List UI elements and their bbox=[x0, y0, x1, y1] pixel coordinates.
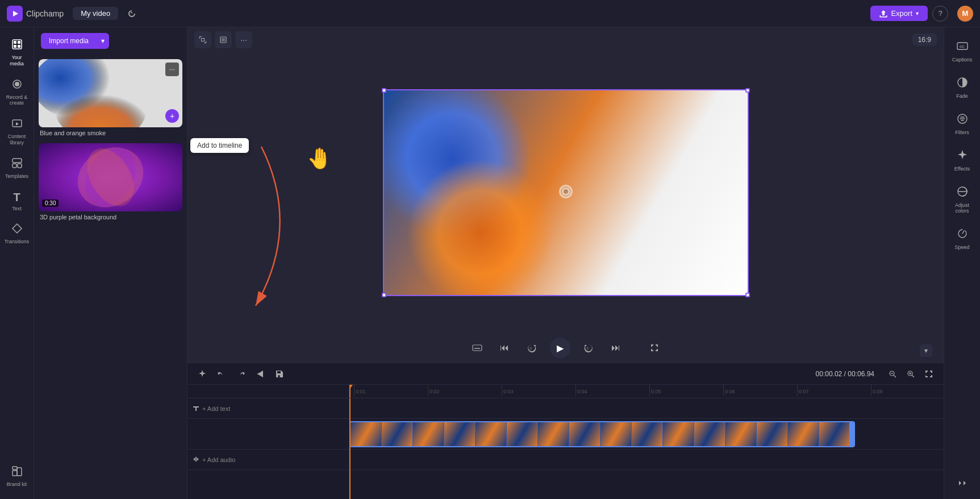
svg-rect-4 bbox=[18, 41, 20, 44]
transitions-icon bbox=[11, 223, 23, 237]
svg-marker-13 bbox=[12, 224, 22, 233]
save-button[interactable] bbox=[272, 366, 287, 382]
add-text-button[interactable]: + Add text bbox=[202, 405, 230, 412]
captions-button[interactable]: CC Captions bbox=[946, 34, 978, 68]
forward-5s-button[interactable]: 5 bbox=[579, 339, 598, 357]
center-panel: Add to timeline 🤚 bbox=[187, 27, 944, 499]
export-button[interactable]: Export ▾ bbox=[870, 6, 928, 21]
media-duration-2: 0:30 bbox=[42, 199, 59, 207]
media-panel-header: Import media ▾ bbox=[34, 27, 187, 55]
zoom-in-button[interactable] bbox=[903, 366, 919, 382]
right-sidebar: CC Captions Fade Filters Effects bbox=[944, 27, 980, 499]
clip-frame bbox=[725, 422, 757, 446]
ruler-spacer bbox=[187, 385, 349, 398]
fit-timeline-button[interactable] bbox=[921, 366, 937, 382]
timeline-time-display: 00:00.02 / 00:06.94 bbox=[816, 370, 874, 378]
timeline-area: 00:00.02 / 00:06.94 bbox=[187, 363, 944, 499]
magic-button[interactable] bbox=[194, 366, 210, 382]
help-button[interactable]: ? bbox=[932, 6, 948, 22]
svg-rect-3 bbox=[14, 41, 16, 44]
logo-icon bbox=[7, 6, 23, 22]
sidebar-label-your-media: Your media bbox=[5, 55, 30, 67]
hide-panel-button[interactable] bbox=[953, 474, 971, 492]
zoom-out-button[interactable] bbox=[885, 366, 900, 382]
sidebar-item-brand-kit[interactable]: Brand kit bbox=[2, 461, 32, 492]
track-labels-panel: + Add text + Add audio bbox=[187, 385, 349, 499]
ruler-mark-3: 0:04 bbox=[576, 385, 649, 396]
preview-toolbar-left: ··· bbox=[194, 31, 252, 48]
current-tab[interactable]: My video bbox=[73, 7, 118, 20]
undo-button[interactable] bbox=[214, 366, 230, 382]
preview-area: ··· 16:9 bbox=[187, 27, 944, 363]
more-options-button[interactable]: ··· bbox=[235, 31, 252, 48]
text-track-row bbox=[349, 398, 944, 419]
sidebar-item-record-create[interactable]: Record & create bbox=[2, 74, 32, 111]
history-button[interactable] bbox=[123, 5, 141, 23]
skip-backward-button[interactable]: ⏮ bbox=[495, 339, 514, 357]
video-track-row[interactable] bbox=[349, 419, 944, 450]
playhead-triangle bbox=[349, 385, 353, 389]
media-more-button-1[interactable]: ··· bbox=[165, 63, 179, 76]
fullscreen-button[interactable] bbox=[645, 339, 664, 357]
svg-point-8 bbox=[15, 82, 19, 86]
adjust-colors-icon bbox=[956, 185, 969, 201]
svg-rect-30 bbox=[473, 345, 482, 351]
add-audio-button[interactable]: + Add audio bbox=[202, 456, 235, 463]
media-title-2: 3D purple petal background bbox=[39, 211, 182, 223]
add-audio-track-label: + Add audio bbox=[187, 450, 349, 470]
speed-button[interactable]: Speed bbox=[946, 222, 978, 256]
resize-handle-top-right[interactable] bbox=[745, 88, 750, 93]
preview-toolbar: ··· 16:9 bbox=[187, 27, 944, 52]
app-logo: Clipchamp bbox=[7, 6, 64, 22]
sidebar-item-templates[interactable]: Templates bbox=[2, 153, 32, 184]
app-name: Clipchamp bbox=[26, 9, 64, 18]
filters-button[interactable]: Filters bbox=[946, 107, 978, 141]
play-button[interactable]: ▶ bbox=[550, 338, 570, 358]
user-avatar[interactable]: M bbox=[957, 6, 973, 22]
fade-button[interactable]: Fade bbox=[946, 70, 978, 105]
text-icon: T bbox=[13, 191, 20, 204]
redo-button[interactable] bbox=[233, 366, 249, 382]
your-media-icon bbox=[11, 39, 23, 53]
skip-forward-button[interactable]: ⏭ bbox=[607, 339, 625, 357]
video-clip[interactable] bbox=[349, 421, 855, 447]
import-media-button[interactable]: Import media bbox=[41, 33, 97, 49]
sidebar-item-your-media[interactable]: Your media bbox=[2, 34, 32, 72]
video-track-label bbox=[187, 419, 349, 450]
preview-center-control[interactable] bbox=[558, 184, 574, 202]
svg-line-39 bbox=[912, 375, 914, 377]
media-add-button-1[interactable]: + bbox=[165, 109, 179, 123]
svg-rect-12 bbox=[18, 164, 22, 168]
ruler-mark-5: 0:06 bbox=[723, 385, 797, 396]
sidebar-item-text[interactable]: T Text bbox=[2, 186, 32, 217]
resize-handle-bottom-right[interactable] bbox=[745, 293, 750, 297]
sidebar-label-templates: Templates bbox=[5, 173, 28, 180]
clip-frames bbox=[351, 422, 854, 446]
clip-handle-right[interactable] bbox=[849, 422, 854, 446]
clip-frame bbox=[413, 422, 444, 446]
fit-button[interactable] bbox=[215, 31, 232, 48]
media-item-purple-petal[interactable]: 0:30 3D purple petal background bbox=[39, 143, 182, 223]
ruler-mark-2: 0:03 bbox=[502, 385, 576, 396]
sidebar-label-brand-kit: Brand kit bbox=[7, 481, 27, 488]
clip-frame bbox=[507, 422, 538, 446]
media-thumb-2 bbox=[39, 143, 182, 211]
sidebar-item-transitions[interactable]: Transitions bbox=[2, 218, 32, 250]
sidebar-item-content-library[interactable]: Content library bbox=[2, 113, 32, 151]
collapse-timeline-button[interactable]: ▾ bbox=[920, 344, 932, 357]
rewind-5s-button[interactable]: 5 bbox=[523, 339, 541, 357]
collapse-icon[interactable]: ▾ bbox=[920, 344, 932, 357]
zoom-controls bbox=[885, 366, 937, 382]
sidebar-label-record: Record & create bbox=[6, 94, 28, 107]
import-media-dropdown[interactable]: ▾ bbox=[97, 33, 109, 49]
media-item-blue-orange-smoke[interactable]: ··· + Blue and orange smoke bbox=[39, 59, 182, 139]
crop-button[interactable] bbox=[194, 31, 211, 48]
cut-button[interactable] bbox=[252, 366, 268, 382]
effects-button[interactable]: Effects bbox=[946, 143, 978, 177]
svg-text:5: 5 bbox=[587, 347, 589, 350]
resize-handle-bottom-left[interactable] bbox=[382, 293, 386, 297]
brand-kit-icon bbox=[11, 465, 23, 480]
adjust-colors-button[interactable]: Adjust colors bbox=[946, 180, 978, 219]
resize-handle-top-left[interactable] bbox=[382, 88, 386, 93]
preview-subtitle-button[interactable] bbox=[468, 339, 486, 357]
